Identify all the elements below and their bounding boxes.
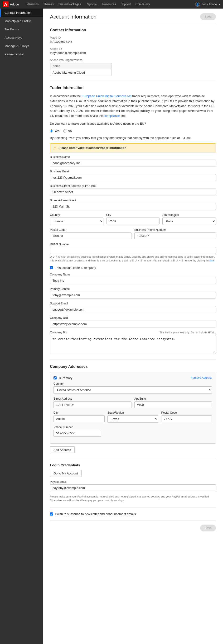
company-addresses-title: Company Addresses [50,364,216,369]
addr-country-select[interactable]: United States of America [54,386,212,394]
top-navigation: Adobe Extensions Themes Shared Packages … [0,0,223,8]
state-select[interactable]: Paris [162,218,216,225]
nav-user-label: Toby Adobe [202,2,217,6]
warning-box: ⚠ Please enter valid business/trader inf… [50,144,216,152]
duns-label: DUNS Number [50,243,216,246]
is-primary-label[interactable]: Is Primary [59,376,73,380]
addr-state-group: State/Region Texas [107,411,159,423]
company-name-label: Company Name [50,273,216,276]
adobe-logo-text: Adobe [10,2,19,6]
addr-phone-input[interactable] [54,430,101,437]
no-radio-input[interactable] [63,130,66,132]
postal-group: Postal Code [50,228,131,239]
primary-contact-label: Primary Contact [50,287,216,291]
header-save-button[interactable]: Save [200,13,216,20]
no-radio-label: No [68,129,72,133]
sidebar-item-marketplace-profile[interactable]: Marketplace Profile [0,17,43,25]
company-url-label: Company URL [50,316,216,320]
duns-link[interactable]: link [210,259,214,262]
company-bio-group: Company Bio This field is plain text onl… [50,331,216,355]
primary-contact-input[interactable] [50,292,216,298]
business-street2-input[interactable] [50,203,216,210]
yes-radio-option[interactable]: Yes [50,129,59,133]
certify-text: By Selecting "Yes" you certify that you … [50,136,216,140]
sidebar-item-manage-api-keys[interactable]: Manage API Keys [0,42,43,50]
state-group: State/Region Paris [162,213,216,225]
eu-dsa-link[interactable]: European Union Digital Services Act [82,94,131,98]
sidebar-item-access-keys[interactable]: Access Keys [0,34,43,42]
paypal-email-input[interactable] [50,484,216,491]
adobe-logo[interactable]: Adobe [3,2,19,7]
addr-city-input[interactable] [54,415,105,422]
is-primary-checkbox[interactable] [54,376,57,380]
nav-user-area[interactable]: 👤 Toby Adobe ▾ [195,2,220,7]
divider-3 [50,458,216,458]
company-url-input[interactable] [50,320,216,328]
postal-label: Postal Code [50,228,131,232]
addr-city-state-row: City State/Region Texas Postal Code [54,411,212,423]
svg-marker-0 [4,2,8,6]
duns-input[interactable] [50,247,216,254]
adobe-logo-icon [3,2,9,7]
mage-id-value: MAG005697145 [50,40,216,44]
country-select[interactable]: France [50,218,103,225]
company-name-input[interactable] [50,277,216,284]
addr-apt-input[interactable] [134,401,212,408]
nav-support[interactable]: Support [119,0,133,8]
nav-community[interactable]: Community [134,0,152,8]
phone-input[interactable] [134,232,216,239]
sidebar-item-tax-forms[interactable]: Tax Forms [0,25,43,34]
nav-shared-packages[interactable]: Shared Packages [57,0,83,8]
adobe-id-label: Adobe ID [50,47,216,50]
company-addresses-section: Company Addresses Is Primary Remove Addr… [50,364,216,453]
company-name-group: Company Name [50,273,216,284]
nav-themes[interactable]: Themes [41,0,55,8]
add-address-button[interactable]: Add Address [50,446,75,453]
goto-account-button[interactable]: Go to My Account [50,470,82,477]
business-name-input[interactable] [50,160,216,166]
nav-extensions[interactable]: Extensions [23,0,41,8]
warning-text: Please enter valid business/trader infor… [59,146,126,150]
addr-country-group: Country United States of America [54,382,212,394]
addr-country-label: Country [54,382,212,386]
business-street-input[interactable] [50,188,216,196]
remove-address-link[interactable]: Remove Address [191,376,212,380]
addr-postal-input[interactable] [161,415,212,422]
business-street2-label: Street Address line 2 [50,199,216,202]
is-company-checkbox[interactable] [50,266,53,269]
page-header: Account Information Save [50,13,216,23]
trader-description: In accordance with the European Union Di… [50,94,216,118]
sidebar-item-contact-information[interactable]: Contact Information [0,8,43,17]
business-street-label: Business Street Address or P.O. Box [50,184,216,188]
support-email-input[interactable] [50,306,216,313]
company-bio-hint: This field is plain text only. Do not in… [159,331,216,334]
nav-reports[interactable]: Reports ▾ [84,0,99,8]
compliance-link[interactable]: compliance [104,114,120,118]
yes-radio-input[interactable] [50,130,53,132]
duns-info: D-U-N-S is an established business ident… [50,255,216,263]
newsletter-checkbox[interactable] [50,512,53,516]
country-city-state-row: Country France City State/Region Paris [50,213,216,225]
sidebar-item-partner-portal[interactable]: Partner Portal [0,50,43,58]
yes-radio-label: Yes [55,129,59,133]
no-radio-option[interactable]: No [63,129,72,133]
is-primary-group: Is Primary [54,376,73,380]
company-checkbox-group: This account is for a company [50,266,216,270]
phone-label: Business Phone Number [134,228,216,232]
is-company-label[interactable]: This account is for a company [55,266,96,270]
addr-street-label: Street Address [54,397,131,400]
support-email-group: Support Email [50,302,216,313]
addr-street-input[interactable] [54,401,131,408]
addr-apt-group: Apt/Suite [134,397,212,408]
newsletter-label[interactable]: I wish to subscribe to newsletter and an… [55,512,136,516]
city-input[interactable] [106,218,160,224]
addr-state-select[interactable]: Texas [107,415,159,423]
city-group: City [106,213,160,225]
footer-save-button[interactable]: Save [200,524,216,532]
trader-section-title: Trader Information [50,86,216,90]
nav-resources[interactable]: Resources [100,0,118,8]
postal-input[interactable] [50,232,131,239]
nav-user-chevron: ▾ [219,2,220,6]
business-email-input[interactable] [50,174,216,181]
company-bio-textarea[interactable]: We create fascinating extensions for the… [50,335,216,354]
